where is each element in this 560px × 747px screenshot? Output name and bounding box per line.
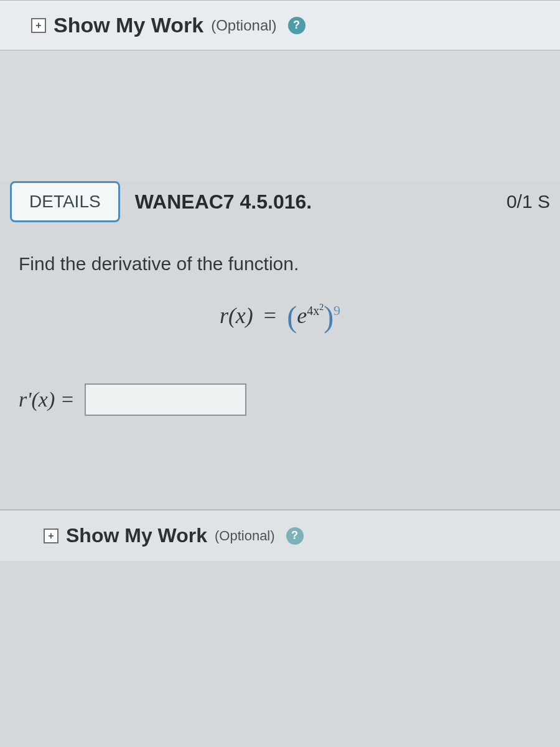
right-paren: ): [324, 300, 334, 333]
equation-display: r(x) = (e4x2)9: [19, 299, 541, 334]
equation-lhs: r(x): [220, 303, 253, 328]
question-header: DETAILS WANEAC7 4.5.016. 0/1 S: [0, 181, 560, 222]
score-text: 0/1 S: [506, 191, 550, 212]
equation-base: e: [297, 303, 307, 328]
problem-code: WANEAC7 4.5.016.: [135, 190, 312, 214]
inner-exponent: 4x2: [307, 304, 324, 317]
left-paren: (: [287, 300, 297, 333]
show-my-work-bottom[interactable]: + Show My Work (Optional) ?: [0, 509, 560, 561]
answer-input[interactable]: [85, 383, 246, 416]
show-my-work-top[interactable]: + Show My Work (Optional) ?: [0, 0, 560, 50]
inner-exp-coef: 4x: [307, 304, 319, 317]
expand-icon[interactable]: +: [44, 529, 58, 543]
bottom-spacer: [0, 416, 560, 509]
help-icon[interactable]: ?: [288, 17, 306, 34]
answer-label: r'(x) =: [19, 388, 75, 411]
expand-icon[interactable]: +: [31, 18, 46, 33]
show-work-title: Show My Work: [54, 13, 203, 37]
equation-equals: =: [264, 303, 276, 328]
answer-row: r'(x) =: [19, 383, 560, 416]
prompt-text: Find the derivative of the function.: [19, 253, 541, 275]
show-work-title: Show My Work: [66, 524, 207, 547]
details-button[interactable]: DETAILS: [10, 181, 120, 222]
help-icon[interactable]: ?: [286, 527, 304, 545]
outer-power: 9: [334, 303, 340, 318]
show-work-optional: (Optional): [211, 17, 276, 34]
show-work-optional: (Optional): [215, 528, 275, 544]
prompt-area: Find the derivative of the function. r(x…: [0, 222, 560, 340]
spacer: [0, 50, 560, 181]
